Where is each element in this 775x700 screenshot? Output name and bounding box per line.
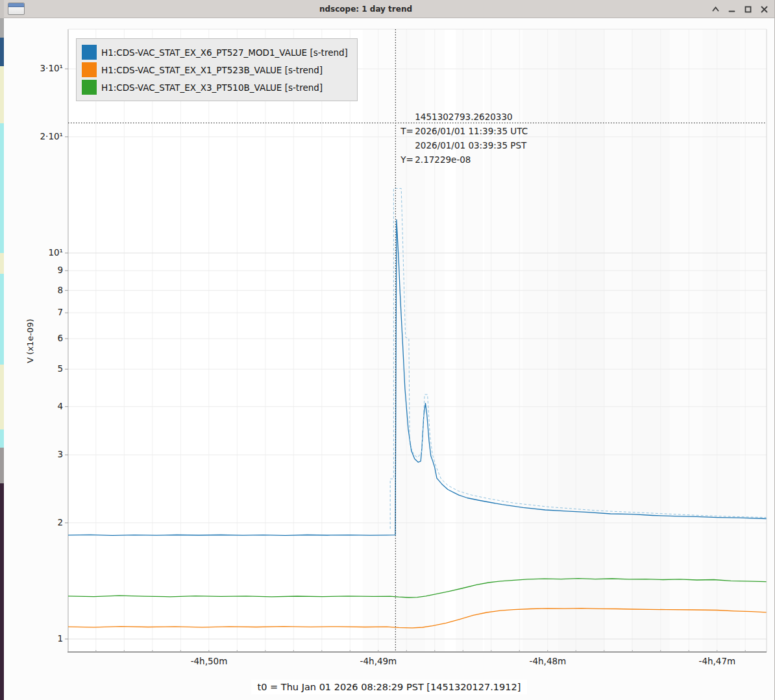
y-tick-label: 10¹	[18, 247, 63, 258]
maximize-button[interactable]	[743, 4, 753, 14]
plot-canvas[interactable]	[4, 18, 775, 700]
legend-label: H1:CDS-VAC_STAT_EX_X1_PT523B_VALUE [s-tr…	[101, 65, 323, 75]
maximize-icon	[744, 5, 752, 14]
y-tick-label: 6	[18, 333, 63, 343]
window-controls	[710, 0, 769, 18]
y-tick-label: 3	[18, 449, 63, 459]
crosshair-annotation: 1451302793.2620330 T=2026/01/01 11:39:35…	[400, 110, 528, 167]
chevron-up-icon	[711, 5, 720, 14]
annotation-utc-time: 2026/01/01 11:39:35 UTC	[415, 124, 528, 138]
y-tick-label: 9	[18, 265, 63, 275]
y-tick-label: 5	[18, 363, 63, 374]
window-titlebar[interactable]: ndscope: 1 day trend	[4, 0, 774, 18]
annotation-prefix: Y=	[400, 152, 415, 167]
annotation-y-value: 2.17229e-08	[415, 152, 471, 167]
legend-swatch-blue	[82, 45, 97, 60]
y-axis-title: V (x1e-09)	[25, 302, 35, 380]
y-tick-label: 8	[18, 285, 63, 295]
t0-label: t0 = Thu Jan 01 2026 08:28:29 PST [14513…	[251, 680, 528, 694]
window-menu-icon[interactable]	[8, 3, 25, 15]
y-tick-label: 7	[18, 307, 63, 317]
legend[interactable]: H1:CDS-VAC_STAT_EX_X6_PT527_MOD1_VALUE […	[76, 38, 358, 101]
y-tick-label: 2·10¹	[18, 131, 63, 141]
annotation-prefix	[400, 138, 415, 152]
legend-label: H1:CDS-VAC_STAT_EX_X6_PT527_MOD1_VALUE […	[101, 47, 348, 58]
x-tick-label: -4h,48m	[519, 656, 577, 666]
x-tick-label: -4h,47m	[688, 656, 746, 666]
close-button[interactable]	[759, 4, 769, 14]
x-tick-label: -4h,49m	[349, 656, 408, 666]
legend-label: H1:CDS-VAC_STAT_EX_X3_PT510B_VALUE [s-tr…	[101, 82, 323, 93]
annotation-prefix: T=	[400, 124, 415, 138]
close-icon	[760, 5, 769, 14]
legend-swatch-orange	[82, 62, 97, 77]
y-tick-label: 2	[18, 517, 63, 527]
legend-row: H1:CDS-VAC_STAT_EX_X3_PT510B_VALUE [s-tr…	[82, 78, 348, 96]
y-tick-label: 1	[18, 633, 63, 644]
plot-region: 3·10¹2·10¹10¹987654321 -4h,50m-4h,49m-4h…	[4, 18, 774, 700]
legend-row: H1:CDS-VAC_STAT_EX_X6_PT527_MOD1_VALUE […	[82, 43, 348, 61]
annotation-gps-time: 1451302793.2620330	[415, 110, 512, 124]
x-tick-label: -4h,50m	[180, 656, 238, 666]
legend-swatch-green	[82, 80, 97, 95]
screen: { "window": { "title": "ndscope: 1 day t…	[0, 0, 775, 700]
annotation-pst-time: 2026/01/01 03:39:35 PST	[415, 138, 526, 152]
legend-row: H1:CDS-VAC_STAT_EX_X1_PT523B_VALUE [s-tr…	[82, 61, 348, 78]
minimize-icon	[728, 5, 736, 14]
y-tick-label: 4	[18, 401, 63, 411]
t0-footer: t0 = Thu Jan 01 2026 08:28:29 PST [14513…	[4, 680, 774, 694]
annotation-prefix	[400, 110, 415, 124]
window-title: ndscope: 1 day trend	[30, 5, 702, 14]
ndscope-window: ndscope: 1 day trend 3·10¹2·10¹10¹987654…	[4, 0, 775, 700]
shade-button[interactable]	[710, 4, 720, 14]
y-tick-label: 3·10¹	[18, 63, 63, 73]
minimize-button[interactable]	[726, 4, 737, 14]
